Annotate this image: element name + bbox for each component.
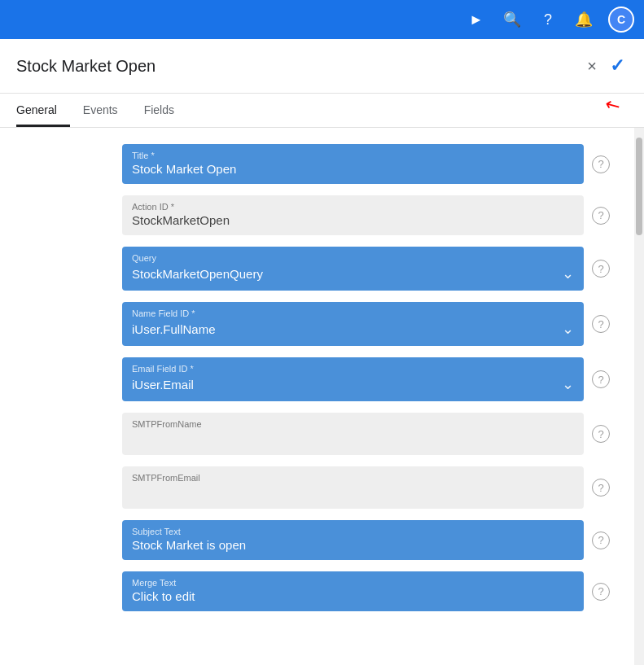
panel-header: Stock Market Open × ✓ ↖ [0, 39, 644, 94]
subject-text-label: Subject Text [132, 527, 574, 536]
header-actions: × ✓ [584, 52, 628, 80]
email-field-chevron-icon: ⌄ [562, 375, 574, 393]
query-label: Query [132, 253, 574, 263]
smtp-from-email-label: SMTPFromEmail [132, 473, 574, 483]
field-row-subject-text: Subject Text Stock Market is open ? [122, 520, 610, 560]
scrollbar-thumb[interactable] [636, 138, 642, 235]
tab-events[interactable]: Events [83, 94, 131, 127]
confirm-button[interactable]: ✓ [607, 52, 628, 80]
email-field-id-value: iUser.Email [132, 378, 194, 392]
field-row-title: Title * Stock Market Open ? [122, 144, 610, 184]
smtp-from-email-field[interactable]: SMTPFromEmail [122, 466, 584, 509]
title-field[interactable]: Title * Stock Market Open [122, 144, 584, 184]
subject-text-help-icon[interactable]: ? [592, 532, 610, 549]
name-field-id-label: Name Field ID * [132, 308, 574, 318]
top-bar: ► 🔍 ? 🔔 C [0, 0, 644, 39]
title-help-icon[interactable]: ? [592, 155, 610, 173]
title-label: Title * [132, 151, 574, 160]
action-id-help-icon[interactable]: ? [592, 207, 610, 225]
tab-fields[interactable]: Fields [144, 94, 187, 127]
content-area: Title * Stock Market Open ? Action ID * … [0, 128, 644, 665]
tab-general[interactable]: General [16, 94, 70, 127]
field-row-action-id: Action ID * StockMarketOpen ? [122, 195, 610, 235]
help-icon[interactable]: ? [537, 8, 559, 31]
smtp-from-email-help-icon[interactable]: ? [592, 479, 610, 497]
name-field-chevron-icon: ⌄ [562, 320, 574, 338]
field-row-smtp-from-name: SMTPFromName ? [122, 413, 610, 455]
action-id-field[interactable]: Action ID * StockMarketOpen [122, 195, 584, 235]
email-field-id-field[interactable]: Email Field ID * iUser.Email ⌄ [122, 357, 584, 401]
field-row-name-field-id: Name Field ID * iUser.FullName ⌄ ? [122, 302, 610, 346]
name-field-help-icon[interactable]: ? [592, 315, 610, 333]
query-field[interactable]: Query StockMarketOpenQuery ⌄ [122, 247, 584, 291]
bell-icon[interactable]: 🔔 [572, 8, 595, 31]
merge-text-field[interactable]: Merge Text Click to edit [122, 571, 584, 611]
tabs-bar: General Events Fields [0, 94, 644, 128]
field-row-merge-text: Merge Text Click to edit ? [122, 571, 610, 611]
smtp-from-name-help-icon[interactable]: ? [592, 425, 610, 443]
main-panel: Stock Market Open × ✓ ↖ General Events F… [0, 39, 644, 665]
subject-text-field[interactable]: Subject Text Stock Market is open [122, 520, 584, 560]
form-container: Title * Stock Market Open ? Action ID * … [0, 128, 634, 665]
merge-text-label: Merge Text [132, 578, 574, 588]
search-icon[interactable]: 🔍 [501, 8, 524, 31]
action-id-value: StockMarketOpen [132, 213, 574, 227]
close-button[interactable]: × [584, 54, 600, 79]
field-row-smtp-from-email: SMTPFromEmail ? [122, 466, 610, 509]
field-row-email-field-id: Email Field ID * iUser.Email ⌄ ? [122, 357, 610, 401]
play-icon[interactable]: ► [465, 8, 488, 31]
merge-text-help-icon[interactable]: ? [592, 583, 610, 601]
query-value: StockMarketOpenQuery [132, 267, 263, 281]
name-field-id-value: iUser.FullName [132, 322, 216, 336]
email-field-id-label: Email Field ID * [132, 364, 574, 374]
email-field-help-icon[interactable]: ? [592, 370, 610, 388]
page-title: Stock Market Open [16, 57, 156, 76]
smtp-from-name-field[interactable]: SMTPFromName [122, 413, 584, 455]
smtp-from-name-label: SMTPFromName [132, 419, 574, 429]
subject-text-value: Stock Market is open [132, 538, 574, 552]
merge-text-value: Click to edit [132, 589, 574, 603]
query-help-icon[interactable]: ? [592, 260, 610, 278]
name-field-id-field[interactable]: Name Field ID * iUser.FullName ⌄ [122, 302, 584, 346]
scrollbar[interactable] [634, 128, 644, 665]
query-chevron-icon: ⌄ [562, 265, 574, 282]
title-value: Stock Market Open [132, 162, 574, 176]
avatar[interactable]: C [608, 7, 634, 33]
field-row-query: Query StockMarketOpenQuery ⌄ ? [122, 247, 610, 291]
action-id-label: Action ID * [132, 202, 574, 212]
